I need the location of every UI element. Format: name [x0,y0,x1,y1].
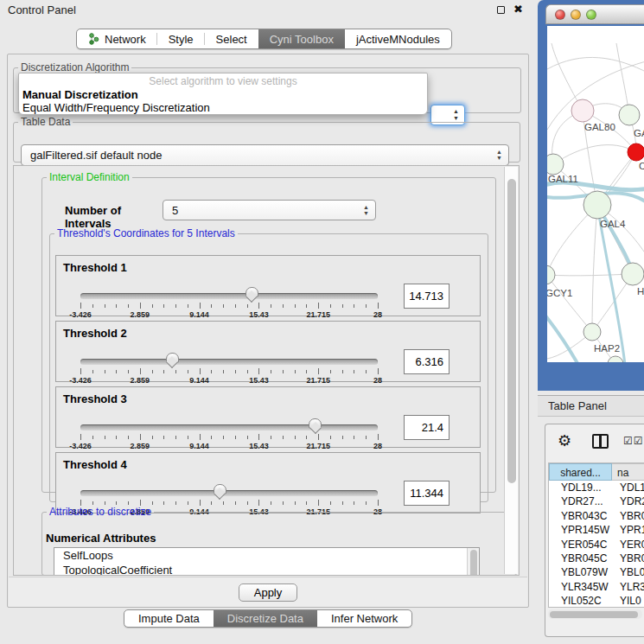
scrollbar-thumb[interactable] [470,550,477,576]
slider-track[interactable] [80,293,378,299]
algorithm-hint-option[interactable]: Select algorithm to view settings [19,75,427,87]
network-node-c[interactable] [628,143,644,161]
apply-button[interactable]: Apply [239,583,297,602]
cell-name: YIL0 [612,595,644,609]
slider-tick-labels: -3.4262.8599.14415.4321.71528 [80,442,378,450]
tab-label: Select [216,33,247,46]
table-row[interactable]: YBR043CYBR0 [549,510,644,524]
threshold-slider[interactable]: -3.4262.8599.14415.4321.71528 [80,354,378,382]
threshold-slider[interactable]: -3.4262.8599.14415.4321.71528 [80,420,378,448]
network-edge[interactable] [553,145,636,164]
slider-track[interactable] [80,359,378,365]
gear-icon[interactable]: ⚙ [558,431,571,450]
network-node-gal80[interactable] [571,99,594,122]
tab-style[interactable]: Style [157,29,205,48]
minimize-traffic-light-icon[interactable] [571,10,581,20]
tick-mark [188,304,188,308]
network-node-h[interactable] [622,263,644,285]
tick-mark [152,370,153,373]
checkboxes-icon[interactable]: ☑☑ [623,435,644,447]
column-header-shared[interactable]: shared... [549,463,612,481]
table-row[interactable]: YPR145WYPR1 [549,524,644,538]
table-horizontal-scrollbar[interactable] [548,609,642,619]
network-node-gal4[interactable] [583,191,611,219]
close-icon[interactable]: ✖ [513,3,523,16]
algorithm-option-equal-width[interactable]: Equal Width/Frequency Discretization [22,101,210,114]
network-node-gcy1[interactable] [547,265,555,284]
tick-label: 9.144 [189,310,209,319]
slider-thumb[interactable] [214,484,226,494]
slider-track[interactable] [80,424,378,430]
tab-network[interactable]: Network [77,29,157,48]
tick-mark [223,304,224,308]
tab-impute-data[interactable]: Impute Data [124,610,214,627]
slider-thumb[interactable] [245,287,258,297]
tick-mark [105,436,105,439]
tick-mark [175,501,176,505]
tab-jactivemnodules[interactable]: jActiveMNodules [345,29,451,48]
table-rows: YDL19...YDL1YDR27...YDR2YBR043CYBR0YPR14… [549,481,644,609]
slider-thumb[interactable] [309,418,322,429]
table-row[interactable]: YBL079WYBL0 [549,566,644,580]
number-of-intervals-combobox[interactable]: 5 ▲▼ [163,200,376,220]
tick-mark [330,370,331,373]
node-attribute-table[interactable]: shared...na YDL19...YDL1YDR27...YDR2YBR0… [548,462,644,608]
combobox-stepper-icon[interactable]: ▲▼ [363,204,369,216]
threshold-panel-2: Threshold 2-3.4262.8599.14415.4321.71528… [55,321,481,382]
network-node-gal11[interactable] [547,154,564,175]
tick-mark [152,501,153,505]
slider-track[interactable] [80,490,378,496]
network-edge[interactable] [547,311,578,362]
tick-mark [378,500,379,506]
list-item[interactable]: TopologicalCoefficient [54,563,479,576]
scrollbar-thumb[interactable] [507,179,516,483]
table-row[interactable]: YLR345WYLR3 [549,581,644,595]
table-row[interactable]: YDR27...YDR2 [549,495,644,509]
threshold-value-field[interactable]: 14.713 [404,284,450,309]
threshold-value-field[interactable]: 11.344 [404,481,450,506]
tick-mark [247,501,248,505]
tick-label: -3.426 [69,376,92,385]
tab-cyni-toolbox[interactable]: Cyni Toolbox [258,29,345,48]
network-edge[interactable] [616,43,629,115]
network-node-ga[interactable] [619,105,640,125]
table-row[interactable]: YIL052CYIL0 [549,595,644,609]
tab-label: Cyni Toolbox [270,33,334,46]
threshold-value-field[interactable]: 6.316 [404,349,450,374]
scrollbar-thumb[interactable] [550,611,638,618]
zoom-traffic-light-icon[interactable] [586,10,596,20]
numerical-attributes-list[interactable]: SelfLoopsTopologicalCoefficientBetweenne… [54,547,480,576]
attributes-scrollbar[interactable] [467,548,479,576]
node-label: H [637,286,644,296]
close-traffic-light-icon[interactable] [555,10,565,20]
tab-infer-network[interactable]: Infer Network [317,610,411,627]
slider-thumb[interactable] [166,353,179,363]
cell-shared-name: YBR045C [549,552,612,566]
settings-scrollbar[interactable] [504,167,518,574]
node-label: GA [634,128,644,138]
network-window-titlebar[interactable] [545,4,644,24]
float-window-icon[interactable] [497,6,505,14]
network-edge[interactable] [547,274,633,276]
split-columns-icon[interactable] [592,434,609,449]
combobox-stepper-icon[interactable]: ▲▼ [496,149,502,161]
tab-select[interactable]: Select [205,29,258,48]
network-node-hap2[interactable] [583,323,601,341]
table-row[interactable]: YDL19...YDL1 [549,481,644,495]
tick-mark [283,501,284,505]
thresholds-coordinates-group: Threshold's Coordinates for 5 Intervals … [49,227,488,502]
table-data-combobox[interactable]: galFiltered.sif default node ▲▼ [21,144,509,166]
network-edge[interactable] [592,205,597,332]
threshold-slider[interactable]: -3.4262.8599.14415.4321.71528 [80,289,378,316]
tab-discretize-data[interactable]: Discretize Data [214,610,317,627]
threshold-value-field[interactable]: 21.4 [404,415,450,440]
network-edge[interactable] [547,275,592,332]
column-header-na[interactable]: na [612,463,644,481]
list-item[interactable]: SelfLoops [54,548,479,563]
table-row[interactable]: YER054CYER0 [549,539,644,552]
algorithm-option-manual[interactable]: Manual Discretization [22,88,138,101]
table-row[interactable]: YBR045CYBR0 [549,552,644,566]
network-canvas[interactable]: GAL80GACGAL11GAL4GCY1HHAP2 [547,26,644,362]
tick-mark [271,436,271,439]
tick-mark [306,304,307,308]
